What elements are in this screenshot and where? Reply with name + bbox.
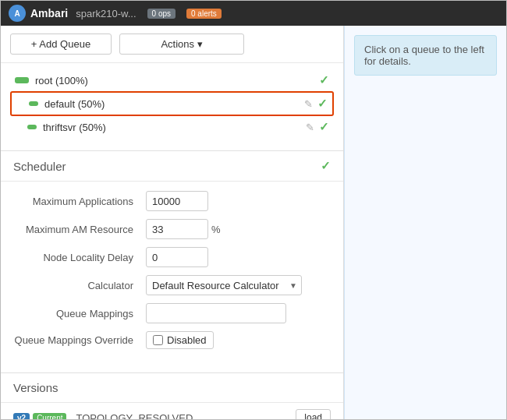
- hint-text: Click on a queue to the left for details…: [364, 44, 484, 67]
- pencil-icon: ✎: [304, 98, 313, 110]
- max-am-resource-input[interactable]: [146, 219, 208, 239]
- calculator-row: Calculator Default Resource Calculator ▼: [13, 275, 331, 295]
- toolbar: + Add Queue Actions ▾: [1, 26, 343, 63]
- percent-addon: %: [211, 224, 221, 235]
- queue-item-default[interactable]: default (50%) ✎ ✓: [10, 91, 334, 116]
- scheduler-form: Maximum Applications Maximum AM Resource…: [1, 182, 343, 366]
- queue-mappings-row: Queue Mappings: [13, 303, 331, 323]
- load-button-v2[interactable]: load: [296, 409, 331, 420]
- version-tag: v2: [13, 413, 30, 421]
- ops-badge[interactable]: 0 ops: [147, 9, 176, 19]
- version-row-v2: v2 Current TOPOLOGY_RESOLVED load: [1, 403, 343, 420]
- queue-list: root (100%) ✓ default (50%) ✎ ✓: [1, 63, 343, 144]
- version-current-badge: Current: [33, 413, 66, 421]
- actions-button[interactable]: Actions ▾: [119, 34, 244, 55]
- versions-section: Versions v2 Current TOPOLOGY_RESOLVED lo…: [1, 372, 343, 420]
- queue-mappings-override-row: Queue Mappings Override Disabled: [13, 331, 331, 349]
- queue-status-dot: [27, 125, 37, 129]
- queue-mappings-override-text: Disabled: [167, 334, 207, 346]
- alerts-badge[interactable]: 0 alerts: [186, 9, 222, 19]
- queue-actions: ✎ ✓: [304, 97, 328, 111]
- calculator-select[interactable]: Default Resource Calculator: [146, 275, 302, 295]
- queue-mappings-override-checkbox[interactable]: [153, 335, 163, 345]
- main-content: + Add Queue Actions ▾ root (100%) ✓ defa…: [1, 26, 506, 420]
- queue-item-thriftsvr[interactable]: thriftsvr (50%) ✎ ✓: [10, 116, 334, 138]
- check-icon: ✓: [317, 97, 328, 111]
- queue-mappings-label: Queue Mappings: [13, 308, 146, 319]
- ambari-logo: A: [9, 5, 26, 22]
- queue-item-root[interactable]: root (100%) ✓: [10, 69, 334, 91]
- scheduler-title: Scheduler: [13, 160, 66, 173]
- queue-status-dot: [29, 101, 38, 106]
- version-badge-v2: v2 Current: [13, 413, 66, 421]
- add-queue-button[interactable]: + Add Queue: [10, 34, 112, 55]
- calculator-select-wrapper: Default Resource Calculator ▼: [146, 275, 302, 295]
- check-icon: ✓: [321, 159, 331, 173]
- node-locality-delay-input[interactable]: [146, 247, 208, 267]
- node-locality-delay-label: Node Locality Delay: [13, 252, 146, 263]
- brand-name: Ambari: [30, 7, 68, 19]
- max-applications-label: Maximum Applications: [13, 196, 146, 207]
- scheduler-section: Scheduler ✓ Maximum Applications Maximum…: [1, 150, 343, 366]
- queue-label: root (100%): [35, 75, 313, 86]
- queue-actions: ✎ ✓: [306, 120, 329, 134]
- version-name: TOPOLOGY_RESOLVED: [76, 412, 286, 421]
- node-locality-delay-row: Node Locality Delay: [13, 247, 331, 267]
- check-icon: ✓: [319, 73, 329, 87]
- versions-title: Versions: [1, 373, 343, 403]
- queue-mappings-input[interactable]: [146, 303, 286, 323]
- max-am-resource-row: Maximum AM Resource %: [13, 219, 331, 239]
- queue-mappings-override-checkbox-label[interactable]: Disabled: [146, 331, 214, 349]
- left-panel: + Add Queue Actions ▾ root (100%) ✓ defa…: [1, 26, 344, 420]
- max-am-resource-group: %: [146, 219, 221, 239]
- pencil-icon: ✎: [306, 122, 314, 133]
- queue-label: thriftsvr (50%): [43, 122, 300, 133]
- cluster-name[interactable]: spark210-w...: [76, 8, 136, 19]
- queue-actions: ✓: [319, 73, 329, 87]
- queue-label: default (50%): [44, 98, 298, 110]
- check-icon: ✓: [319, 120, 329, 134]
- max-applications-row: Maximum Applications: [13, 191, 331, 211]
- right-panel: Click on a queue to the left for details…: [344, 26, 506, 420]
- navbar: A Ambari spark210-w... 0 ops 0 alerts: [1, 1, 506, 26]
- queue-mappings-override-label: Queue Mappings Override: [13, 334, 146, 346]
- max-am-resource-label: Maximum AM Resource: [13, 224, 146, 235]
- queue-status-dot: [15, 77, 29, 83]
- scheduler-header: Scheduler ✓: [1, 151, 343, 182]
- hint-box: Click on a queue to the left for details…: [354, 35, 497, 76]
- brand: A Ambari: [9, 5, 68, 22]
- calculator-label: Calculator: [13, 280, 146, 291]
- max-applications-input[interactable]: [146, 191, 208, 211]
